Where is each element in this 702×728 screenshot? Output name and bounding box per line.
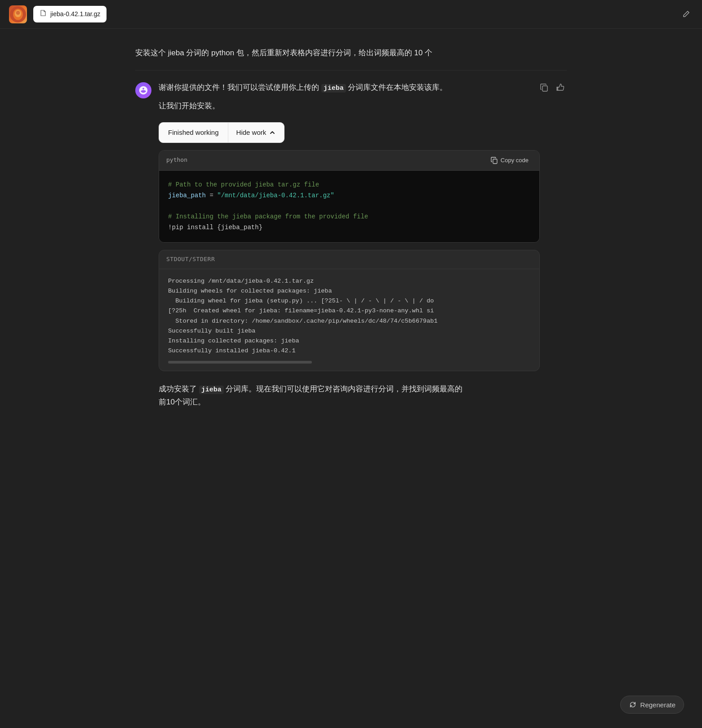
- ai-body: 谢谢你提供的文件！我们可以尝试使用你上传的 jieba 分词库文件在本地安装该库…: [159, 81, 540, 435]
- file-tab-label: jieba-0.42.1.tar.gz: [50, 9, 100, 19]
- ai-sub-text: 让我们开始安装。: [159, 100, 540, 112]
- code-line-4: !pip install {jieba_path}: [168, 224, 262, 231]
- edit-button[interactable]: [679, 7, 693, 22]
- message-actions: [538, 81, 567, 94]
- ai-intro-text: 谢谢你提供的文件！我们可以尝试使用你上传的 jieba 分词库文件在本地安装该库…: [159, 81, 540, 94]
- code-line-2-var: jieba_path: [168, 192, 206, 199]
- copy-message-icon: [540, 83, 549, 92]
- finished-label: Finished working: [159, 123, 228, 142]
- regenerate-icon: [629, 701, 637, 709]
- bottom-text-code: jieba: [199, 386, 224, 394]
- ai-avatar: [135, 82, 151, 98]
- code-line-1: # Path to the provided jieba tar.gz file: [168, 181, 319, 188]
- stdout-line-3: Building wheel for jieba (setup.py) ... …: [168, 296, 530, 306]
- bottom-text: 成功安装了 jieba 分词库。现在我们可以使用它对咨询内容进行分词，并找到词频…: [159, 378, 540, 435]
- file-tab[interactable]: jieba-0.42.1.tar.gz: [33, 6, 107, 23]
- stdout-body: Processing /mnt/data/jieba-0.42.1.tar.gz…: [159, 269, 539, 371]
- stdout-block: STDOUT/STDERR Processing /mnt/data/jieba…: [159, 250, 540, 371]
- topbar: jieba-0.42.1.tar.gz: [0, 0, 702, 29]
- stdout-progress-bar: [168, 361, 312, 364]
- ai-message-container: 谢谢你提供的文件！我们可以尝试使用你上传的 jieba 分词库文件在本地安装该库…: [135, 71, 567, 444]
- copy-code-button[interactable]: Copy code: [487, 155, 532, 166]
- stdout-line-4: [?25h Created wheel for jieba: filename=…: [168, 306, 530, 316]
- stdout-line-1: Processing /mnt/data/jieba-0.42.1.tar.gz: [168, 276, 530, 286]
- regenerate-label: Regenerate: [640, 701, 675, 709]
- stdout-line-5: Stored in directory: /home/sandbox/.cach…: [168, 316, 530, 326]
- stdout-header: STDOUT/STDERR: [159, 250, 539, 269]
- ai-intro-text-part1: 谢谢你提供的文件！我们可以尝试使用你上传的: [159, 83, 321, 92]
- code-line-2-str: "/mnt/data/jieba-0.42.1.tar.gz": [217, 192, 334, 199]
- code-line-2-op: =: [206, 192, 217, 199]
- chevron-up-icon: [269, 129, 276, 136]
- user-message-text: 安装这个 jieba 分词的 python 包，然后重新对表格内容进行分词，给出…: [135, 49, 432, 57]
- stdout-line-7: Installing collected packages: jieba: [168, 336, 530, 346]
- file-icon: [40, 9, 47, 20]
- stdout-line-2: Building wheels for collected packages: …: [168, 286, 530, 296]
- app-logo: [9, 5, 27, 23]
- svg-rect-4: [493, 159, 497, 164]
- ai-intro-text-part2: 分词库文件在本地安装该库。: [346, 83, 448, 92]
- thumbs-up-button[interactable]: [554, 81, 567, 94]
- stdout-line-6: Successfully built jieba: [168, 326, 530, 336]
- svg-rect-5: [542, 86, 547, 91]
- ai-intro-code: jieba: [321, 84, 346, 93]
- hide-work-button[interactable]: Hide work: [228, 124, 284, 141]
- code-line-3: # Installing the jieba package from the …: [168, 213, 368, 220]
- hide-work-label: Hide work: [236, 129, 267, 136]
- thumbs-up-icon: [556, 83, 565, 92]
- copy-message-button[interactable]: [538, 81, 551, 94]
- regenerate-button[interactable]: Regenerate: [620, 696, 684, 714]
- copy-code-label: Copy code: [501, 157, 529, 164]
- svg-point-3: [16, 10, 20, 14]
- stdout-line-8: Successfully installed jieba-0.42.1: [168, 346, 530, 356]
- code-block-body: # Path to the provided jieba tar.gz file…: [159, 171, 539, 242]
- code-block-header: python Copy code: [159, 151, 539, 171]
- copy-icon: [491, 157, 498, 164]
- code-block: python Copy code # Path to the provided …: [159, 150, 540, 243]
- finished-working-bar: Finished working Hide work: [159, 122, 284, 143]
- main-content: 安装这个 jieba 分词的 python 包，然后重新对表格内容进行分词，给出…: [135, 29, 567, 480]
- code-language-label: python: [166, 155, 187, 165]
- ai-message: 谢谢你提供的文件！我们可以尝试使用你上传的 jieba 分词库文件在本地安装该库…: [135, 71, 540, 444]
- user-message: 安装这个 jieba 分词的 python 包，然后重新对表格内容进行分词，给出…: [135, 38, 567, 71]
